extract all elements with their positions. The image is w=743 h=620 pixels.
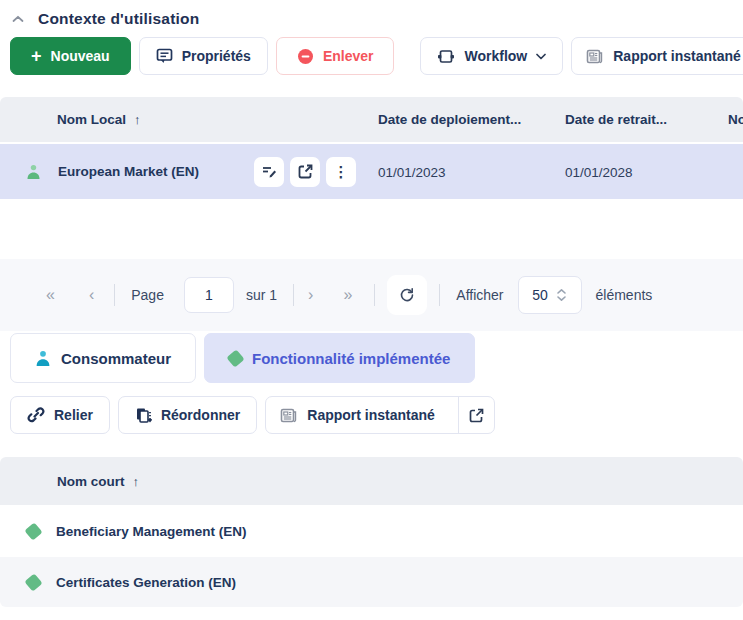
relation-tabs: Consommateur Fonctionnalité implémentée bbox=[0, 333, 743, 383]
top-toolbar: + Nouveau Propriétés Enlever Workflow Ra… bbox=[0, 37, 743, 75]
open-external-button-2[interactable] bbox=[458, 397, 494, 433]
row-name: Beneficiary Management (EN) bbox=[56, 524, 247, 539]
page-number-input[interactable] bbox=[184, 277, 234, 313]
first-page-button[interactable]: « bbox=[46, 287, 55, 303]
next-page-button[interactable]: › bbox=[308, 287, 313, 303]
last-page-button[interactable]: » bbox=[343, 287, 352, 303]
kebab-menu-icon: ⋮ bbox=[334, 164, 349, 179]
divider bbox=[293, 284, 294, 306]
chevron-up-icon bbox=[12, 15, 24, 23]
refresh-icon bbox=[399, 287, 415, 303]
rapport-instantane-label: Rapport instantané bbox=[613, 48, 741, 64]
nouveau-label: Nouveau bbox=[51, 48, 110, 64]
page-size-select[interactable]: 50 bbox=[518, 276, 582, 314]
cell-date-retrait: 01/01/2028 bbox=[565, 165, 633, 180]
link-icon bbox=[27, 407, 45, 424]
features-table: Nom court ↑ Beneficiary Management (EN) … bbox=[0, 457, 743, 607]
refresh-button[interactable] bbox=[387, 275, 427, 315]
proprietes-label: Propriétés bbox=[182, 48, 251, 64]
collapse-section-button[interactable] bbox=[12, 15, 24, 23]
open-row-button[interactable] bbox=[290, 157, 320, 187]
column-nom-local[interactable]: Nom Local ↑ bbox=[57, 112, 141, 127]
tab-consommateur[interactable]: Consommateur bbox=[10, 333, 196, 383]
column-truncated[interactable]: No... bbox=[728, 112, 743, 127]
chevron-down-icon bbox=[536, 53, 546, 60]
contexts-table-header: Nom Local ↑ Date de deploiement... Date … bbox=[0, 97, 743, 142]
items-label: éléments bbox=[596, 287, 653, 303]
consumer-person-icon bbox=[26, 164, 41, 180]
tab-fonctionnalite-implementee[interactable]: Fonctionnalité implémentée bbox=[204, 333, 475, 383]
divider bbox=[374, 284, 375, 306]
report-icon bbox=[586, 49, 603, 64]
features-table-header: Nom court ↑ bbox=[0, 457, 743, 505]
feature-tag-icon bbox=[226, 349, 244, 367]
workflow-button[interactable]: Workflow bbox=[420, 37, 563, 75]
nouveau-button[interactable]: + Nouveau bbox=[10, 37, 131, 75]
table-row[interactable]: Certificates Generation (EN) bbox=[0, 557, 743, 607]
consumer-person-icon bbox=[35, 350, 51, 367]
divider bbox=[439, 284, 440, 306]
tab-consommateur-label: Consommateur bbox=[61, 350, 171, 367]
proprietes-button[interactable]: Propriétés bbox=[139, 37, 268, 75]
page-label: Page bbox=[131, 287, 164, 303]
rapport-instantane-button[interactable]: Rapport instantané bbox=[571, 37, 743, 75]
column-date-retrait[interactable]: Date de retrait... bbox=[565, 112, 728, 127]
relier-label: Relier bbox=[54, 407, 93, 423]
row-menu-button[interactable]: ⋮ bbox=[326, 157, 356, 187]
external-link-icon bbox=[469, 408, 484, 423]
row-actions: ⋮ bbox=[254, 157, 356, 187]
section-title: Contexte d'utilisation bbox=[38, 10, 199, 28]
reorder-icon bbox=[135, 407, 152, 424]
column-date-deploiement[interactable]: Date de deploiement... bbox=[378, 112, 565, 127]
row-name: European Market (EN) bbox=[58, 164, 199, 179]
enlever-label: Enlever bbox=[323, 48, 374, 64]
minus-circle-icon bbox=[297, 48, 314, 65]
column-nom-court[interactable]: Nom court ↑ bbox=[57, 474, 139, 489]
pagination-bar: « ‹ Page sur 1 › » Afficher 50 éléments bbox=[0, 259, 743, 331]
report-icon bbox=[280, 408, 297, 423]
workflow-icon bbox=[437, 49, 455, 64]
contexts-table: Nom Local ↑ Date de deploiement... Date … bbox=[0, 97, 743, 199]
feature-tag-icon bbox=[24, 573, 42, 591]
external-link-icon bbox=[298, 164, 313, 179]
feature-tag-icon bbox=[24, 522, 42, 540]
sort-asc-icon: ↑ bbox=[134, 112, 141, 127]
rapport-instantane-label-2: Rapport instantané bbox=[307, 407, 435, 423]
tab-fonctionnalite-label: Fonctionnalité implémentée bbox=[252, 350, 450, 367]
table-row[interactable]: Beneficiary Management (EN) bbox=[0, 505, 743, 557]
divider bbox=[114, 284, 115, 306]
sort-asc-icon: ↑ bbox=[133, 474, 140, 489]
reordonner-button[interactable]: Réordonner bbox=[118, 396, 257, 434]
show-label: Afficher bbox=[456, 287, 503, 303]
section-header: Contexte d'utilisation bbox=[0, 0, 743, 28]
page-size-value: 50 bbox=[532, 287, 548, 303]
properties-icon bbox=[156, 48, 173, 64]
bottom-toolbar: Relier Réordonner Rapport instantané bbox=[0, 396, 743, 434]
table-row[interactable]: European Market (EN) ⋮ 01/01/2023 01/01 bbox=[0, 144, 743, 199]
enlever-button[interactable]: Enlever bbox=[276, 37, 395, 75]
reordonner-label: Réordonner bbox=[161, 407, 240, 423]
cell-date-deploiement: 01/01/2023 bbox=[378, 165, 446, 180]
prev-page-button[interactable]: ‹ bbox=[89, 287, 94, 303]
edit-row-button[interactable] bbox=[254, 157, 284, 187]
workflow-label: Workflow bbox=[464, 48, 527, 64]
page-of-label: sur 1 bbox=[246, 287, 277, 303]
rapport-instantane-button-2[interactable]: Rapport instantané bbox=[265, 396, 495, 434]
row-name: Certificates Generation (EN) bbox=[56, 575, 236, 590]
relier-button[interactable]: Relier bbox=[10, 396, 110, 434]
edit-icon bbox=[262, 165, 277, 179]
spinner-arrows-icon bbox=[556, 288, 567, 302]
plus-icon: + bbox=[31, 47, 42, 65]
